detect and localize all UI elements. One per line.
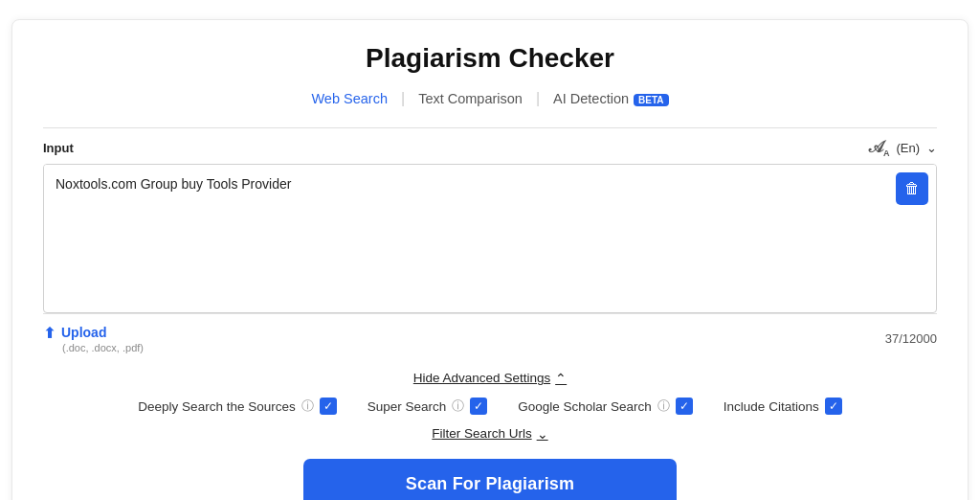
setting-deeply-search: Deeply Search the Sources ⓘ ✓	[138, 398, 336, 415]
include-citations-label: Include Citations	[724, 399, 819, 414]
delete-button[interactable]: 🗑	[896, 172, 928, 205]
upload-section: ⬇ Upload (.doc, .docx, .pdf)	[43, 324, 144, 353]
google-scholar-checkbox[interactable]: ✓	[676, 398, 693, 415]
settings-row: Deeply Search the Sources ⓘ ✓ Super Sear…	[43, 398, 937, 415]
tab-ai-detection[interactable]: AI DetectionBETA	[540, 87, 681, 110]
tabs-row: Web Search | Text Comparison | AI Detect…	[43, 87, 937, 110]
filter-row: Filter Search Urls ⌄	[43, 424, 937, 442]
input-section: Input 𝒜A (En) ⌄ Noxtools.com Group buy T…	[43, 127, 937, 313]
lang-selector[interactable]: 𝒜A (En) ⌄	[869, 138, 937, 158]
include-citations-checkbox[interactable]: ✓	[825, 398, 842, 415]
input-label-row: Input 𝒜A (En) ⌄	[43, 138, 937, 158]
deeply-search-checkbox[interactable]: ✓	[320, 398, 337, 415]
advanced-settings-toggle[interactable]: Hide Advanced Settings ⌃	[413, 371, 567, 386]
chevron-up-icon: ⌃	[555, 371, 567, 386]
filter-search-urls-toggle[interactable]: Filter Search Urls ⌄	[432, 426, 547, 442]
setting-include-citations: Include Citations ✓	[724, 398, 842, 415]
tab-text-comparison[interactable]: Text Comparison	[405, 87, 536, 110]
advanced-settings: Hide Advanced Settings ⌃	[43, 369, 937, 386]
upload-button[interactable]: ⬇ Upload	[43, 324, 106, 341]
beta-badge: BETA	[634, 94, 668, 106]
filter-chevron-icon: ⌄	[537, 426, 548, 442]
word-count: 37/12000	[885, 331, 937, 346]
input-label: Input	[43, 141, 74, 155]
tab-web-search[interactable]: Web Search	[298, 87, 401, 110]
upload-icon: ⬇	[43, 324, 56, 341]
google-scholar-info-icon[interactable]: ⓘ	[657, 398, 670, 415]
translate-icon: 𝒜A	[869, 138, 890, 158]
super-search-checkbox[interactable]: ✓	[470, 398, 487, 415]
chevron-down-icon: ⌄	[926, 141, 937, 155]
google-scholar-label: Google Scholar Search	[518, 399, 652, 414]
scan-for-plagiarism-button[interactable]: Scan For Plagiarism	[303, 459, 677, 500]
page-wrapper: Plagiarism Checker Web Search | Text Com…	[11, 19, 969, 500]
setting-super-search: Super Search ⓘ ✓	[368, 398, 488, 415]
main-textarea[interactable]: Noxtools.com Group buy Tools Provider	[44, 165, 936, 308]
setting-google-scholar: Google Scholar Search ⓘ ✓	[518, 398, 693, 415]
upload-row: ⬇ Upload (.doc, .docx, .pdf) 37/12000	[43, 313, 937, 359]
super-search-info-icon[interactable]: ⓘ	[452, 398, 464, 415]
page-title: Plagiarism Checker	[43, 43, 937, 74]
delete-icon: 🗑	[904, 180, 920, 197]
lang-display: (En)	[896, 141, 920, 155]
textarea-wrapper: Noxtools.com Group buy Tools Provider 🗑	[43, 164, 937, 313]
deeply-search-info-icon[interactable]: ⓘ	[301, 398, 314, 415]
deeply-search-label: Deeply Search the Sources	[138, 399, 295, 414]
upload-sub-label: (.doc, .docx, .pdf)	[62, 342, 144, 353]
super-search-label: Super Search	[368, 399, 447, 414]
